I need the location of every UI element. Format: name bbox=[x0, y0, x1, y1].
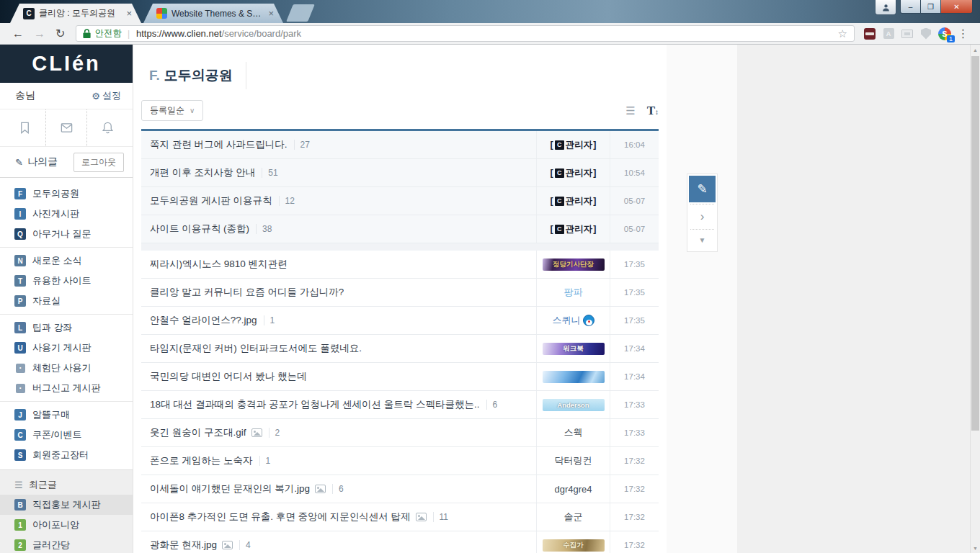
logout-button[interactable]: 로그아웃 bbox=[74, 153, 124, 172]
post-title-link[interactable]: 타임지(문재인 커버) 인터파크도서에도 풀렸네요. bbox=[150, 342, 362, 355]
maximize-button[interactable]: ❐ bbox=[921, 0, 941, 14]
scroll-down-icon[interactable]: ▼ bbox=[971, 543, 980, 553]
notifications-shortcut[interactable] bbox=[87, 109, 128, 146]
post-author-cell[interactable]: 정당기사단장 bbox=[536, 251, 610, 278]
shield-extension-icon[interactable] bbox=[917, 28, 935, 40]
recent-header[interactable]: ☰ 최근글 bbox=[0, 475, 133, 495]
bookmark-star-icon[interactable]: ☆ bbox=[838, 27, 847, 40]
tab-close-icon[interactable]: × bbox=[124, 8, 134, 19]
post-title-link[interactable]: 웃긴 원숭이 구조대.gif bbox=[150, 426, 246, 439]
author-nickname-image[interactable] bbox=[543, 371, 605, 383]
collapse-triangle-icon[interactable]: ▼ bbox=[687, 230, 717, 251]
envelope-icon bbox=[59, 121, 74, 135]
profile-button[interactable] bbox=[875, 0, 896, 15]
post-title-link[interactable]: 폰으로 게임하는 노숙자 bbox=[150, 454, 253, 467]
author-name[interactable]: dgr4gre4 bbox=[554, 484, 592, 495]
board-label: 팁과 강좌 bbox=[32, 321, 73, 334]
recent-board-item[interactable]: 2 글러간당 bbox=[0, 535, 133, 553]
post-author-cell[interactable]: 수집가 bbox=[536, 531, 610, 553]
new-tab-button[interactable] bbox=[286, 4, 315, 22]
sidebar-board-item[interactable]: C 쿠폰/이벤트 bbox=[0, 425, 133, 445]
post-title-link[interactable]: 개편 이후 조치사항 안내 bbox=[150, 166, 255, 179]
post-title-link[interactable]: 모두의공원 게시판 이용규칙 bbox=[150, 194, 272, 207]
back-icon[interactable]: ← bbox=[7, 27, 29, 40]
post-title-link[interactable]: 쪽지 관련 버그에 사과드립니다. bbox=[150, 138, 288, 151]
post-author-cell[interactable] bbox=[536, 363, 610, 390]
post-author-cell[interactable]: Anderson bbox=[536, 391, 610, 418]
post-title-link[interactable]: 국민의당 대변인 어디서 봤나 했는데 bbox=[150, 370, 307, 383]
reload-icon[interactable]: ↻ bbox=[50, 27, 70, 40]
adblock-extension-icon[interactable] bbox=[860, 28, 879, 40]
comment-count: 6 bbox=[486, 400, 498, 410]
post-author-cell[interactable]: 워크북 bbox=[536, 335, 610, 362]
minimize-button[interactable]: – bbox=[900, 0, 921, 14]
close-button[interactable]: ✕ bbox=[941, 0, 973, 14]
scrollbar-thumb[interactable] bbox=[971, 56, 979, 431]
post-title-link[interactable]: 찌라시)엑시노스 9810 벤치관련 bbox=[150, 258, 288, 271]
forward-icon[interactable]: → bbox=[29, 27, 50, 40]
author-name[interactable]: 닥터링컨 bbox=[555, 454, 592, 467]
my-posts-link[interactable]: ✎ 나의글 bbox=[15, 156, 58, 168]
pdf-extension-icon[interactable]: A bbox=[879, 28, 898, 39]
sidebar-board-item[interactable]: I 사진게시판 bbox=[0, 204, 133, 224]
tab-clien[interactable]: C 클리앙 : 모두의공원 × bbox=[10, 4, 141, 23]
sidebar-board-item[interactable]: S 회원중고장터 bbox=[0, 445, 133, 465]
sidebar-board-item[interactable]: L 팁과 강좌 bbox=[0, 318, 133, 338]
sidebar-board-item[interactable]: Q 아무거나 질문 bbox=[0, 224, 133, 244]
post-author-cell[interactable]: dgr4gre4 bbox=[536, 475, 610, 503]
sidebar-board-item[interactable]: U 사용기 게시판 bbox=[0, 338, 133, 358]
sidebar-board-item[interactable]: P 자료실 bbox=[0, 291, 133, 311]
sort-dropdown[interactable]: 등록일순 ∨ bbox=[141, 100, 203, 121]
post-author-cell[interactable]: 스퀴니 bbox=[536, 307, 610, 334]
recent-board-item[interactable]: 1 아이포니앙 bbox=[0, 515, 133, 535]
post-author-cell[interactable]: [ C 관리자 ] bbox=[536, 159, 610, 186]
post-title-link[interactable]: 안철수 얼라이언스??.jpg bbox=[150, 314, 257, 327]
post-author-cell[interactable]: 솔군 bbox=[536, 503, 610, 531]
author-name[interactable]: 스웩 bbox=[564, 426, 583, 439]
sidebar-board-item[interactable]: N 새로운 소식 bbox=[0, 251, 133, 271]
post-title-link[interactable]: 18대 대선 결과때의 충격과 공포가 엄청나게 센세이션 울트락 스펙타클했는… bbox=[150, 398, 480, 411]
card-extension-icon[interactable] bbox=[898, 30, 917, 38]
list-view-icon[interactable]: ☰ bbox=[625, 104, 635, 117]
s-extension-icon[interactable]: S 1 bbox=[935, 27, 954, 40]
post-author-cell[interactable]: 팡파 bbox=[536, 279, 610, 306]
scroll-up-icon[interactable]: ▲ bbox=[971, 45, 980, 55]
author-nickname-image[interactable]: 정당기사단장 bbox=[543, 258, 605, 271]
post-author-cell[interactable]: 스웩 bbox=[536, 419, 610, 446]
chrome-menu-icon[interactable]: ⋮ bbox=[954, 27, 973, 40]
bookmark-shortcut[interactable] bbox=[4, 109, 45, 146]
recent-board-item[interactable]: B 직접홍보 게시판 bbox=[0, 495, 133, 515]
author-name[interactable]: 팡파 bbox=[564, 286, 583, 299]
text-size-control[interactable]: T↕ bbox=[647, 104, 659, 118]
author-nickname-image[interactable]: 수집가 bbox=[543, 539, 605, 552]
post-title-link[interactable]: 사이트 이용규칙 (종합) bbox=[150, 222, 249, 235]
sidebar-board-item[interactable]: · 버그신고 게시판 bbox=[0, 378, 133, 398]
post-title-link[interactable]: 이세돌이 얘기했던 문재인의 복기.jpg bbox=[150, 482, 310, 495]
settings-link[interactable]: ⚙ 설정 bbox=[92, 89, 121, 102]
author-nickname-image[interactable]: 워크북 bbox=[543, 343, 605, 355]
address-bar[interactable]: 안전함 | https://www.clien.net /service/boa… bbox=[76, 25, 855, 42]
sidebar-board-item[interactable]: T 유용한 사이트 bbox=[0, 271, 133, 291]
my-posts-label: 나의글 bbox=[27, 156, 58, 168]
messages-shortcut[interactable] bbox=[45, 109, 88, 146]
post-author-cell[interactable]: [ C 관리자 ] bbox=[536, 215, 610, 243]
page-scrollbar[interactable]: ▲ ▼ bbox=[970, 45, 980, 553]
post-title-link[interactable]: 광화문 현재.jpg bbox=[150, 539, 217, 552]
post-title-link[interactable]: 클리앙 말고 커뮤니티 요즘 어디들 가십니까? bbox=[150, 286, 344, 299]
tab-close-icon[interactable]: × bbox=[266, 8, 276, 19]
post-author-cell[interactable]: 닥터링컨 bbox=[536, 447, 610, 475]
sidebar-board-item[interactable]: · 체험단 사용기 bbox=[0, 358, 133, 378]
sidebar-board-item[interactable]: J 알뜰구매 bbox=[0, 405, 133, 425]
sidebar-board-item[interactable]: F 모두의공원 bbox=[0, 184, 133, 204]
clien-logo[interactable]: CLIén bbox=[0, 45, 133, 83]
tab-website-themes[interactable]: Website Themes & Skin × bbox=[143, 4, 283, 23]
author-name[interactable]: 스퀴니 bbox=[553, 314, 581, 327]
write-post-button[interactable]: ✎ bbox=[689, 176, 716, 202]
sidebar: CLIén 송님 ⚙ 설정 bbox=[0, 45, 133, 553]
post-title-link[interactable]: 아이폰8 추가적인 도면 유출. 후면 중앙에 지문인식센서 탑제 bbox=[150, 511, 411, 523]
author-nickname-image[interactable]: Anderson bbox=[543, 399, 605, 411]
author-name[interactable]: 솔군 bbox=[564, 511, 583, 523]
expand-chevron-icon[interactable]: › bbox=[687, 204, 717, 229]
post-author-cell[interactable]: [ C 관리자 ] bbox=[536, 131, 610, 158]
post-author-cell[interactable]: [ C 관리자 ] bbox=[536, 187, 610, 215]
